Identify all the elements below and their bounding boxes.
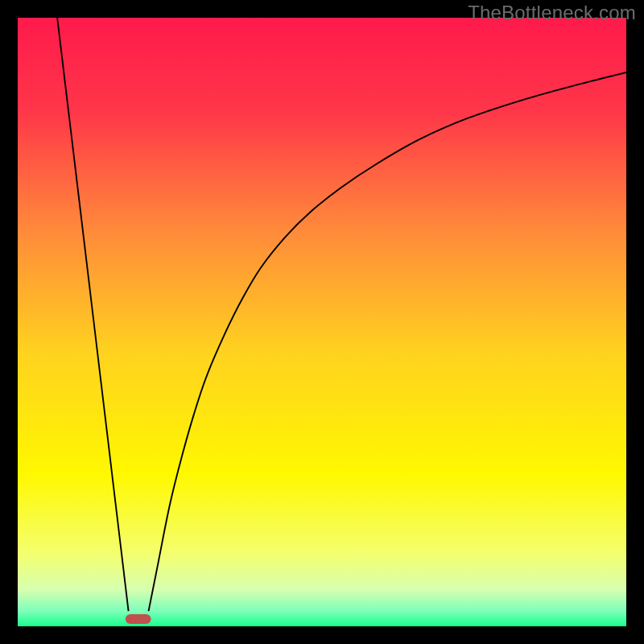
watermark-text: TheBottleneck.com <box>468 2 636 24</box>
chart-frame: TheBottleneck.com <box>0 0 644 644</box>
chart-plot <box>18 18 626 626</box>
minimum-marker <box>126 614 151 624</box>
plot-background <box>18 18 626 626</box>
